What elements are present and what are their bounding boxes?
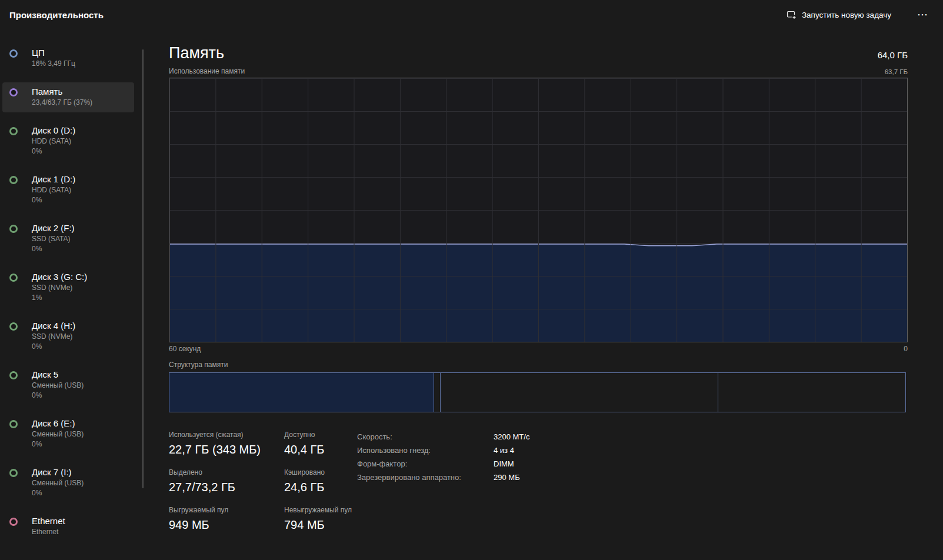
sidebar-item-sub: HDD (SATA) [32,185,75,195]
disk-indicator-icon [9,127,18,135]
stat-in-use: Используется (сжатая) 22,7 ГБ (343 МБ) [169,430,284,457]
memory-title: Память [169,44,224,62]
hw-label-speed: Скорость: [357,430,494,444]
sidebar-item-title: Диск 7 (I:) [32,466,84,478]
sidebar-item-disk-4[interactable]: Диск 4 (H:) SSD (NVMe) 0% [2,316,134,356]
hw-label-hw-reserved: Зарезервировано аппаратно: [357,471,494,484]
stat-available: Доступно 40,4 ГБ [284,430,357,457]
sidebar-item-sub2: 0% [32,244,75,254]
performance-sidebar: ЦП 16% 3,49 ГГц Память 23,4/63,7 ГБ (37%… [0,29,136,560]
sidebar-scrollbar[interactable] [142,49,144,488]
hw-value-form-factor: DIMM [494,457,529,471]
sidebar-item-title: Память [32,86,92,98]
cpu-indicator-icon [9,49,18,58]
usage-chart-x-axis: 60 секунд 0 [169,345,908,353]
title-bar: Производительность Запустить новую задач… [0,0,943,29]
sidebar-item-sub: 16% 3,49 ГГц [32,59,75,69]
sidebar-item-ethernet[interactable]: Ethernet Ethernet [2,512,134,542]
sidebar-item-disk-2[interactable]: Диск 2 (F:) SSD (SATA) 0% [2,219,134,259]
chart-gridlines [169,78,907,342]
disk-indicator-icon [9,420,18,428]
stat-value: 40,4 ГБ [284,442,357,457]
sidebar-item-disk-3[interactable]: Диск 3 (G: C:) SSD (NVMe) 1% [2,268,134,308]
disk-indicator-icon [9,371,18,379]
composition-segment-standby [440,372,718,412]
more-options-button[interactable]: ⋯ [911,7,934,22]
sidebar-item-sub: SSD (SATA) [32,234,75,244]
sidebar-item-sub: Сменный (USB) [32,478,84,488]
page-title: Производительность [9,10,104,20]
sidebar-item-sub2: 0% [32,342,75,352]
sidebar-item-sub: Ethernet [32,527,65,537]
composition-segment-free [718,372,906,412]
memory-composition-label: Структура памяти [169,361,908,369]
sidebar-item-sub2: 0% [32,391,84,401]
title-bar-actions: Запустить новую задачу ⋯ [781,6,934,24]
stat-label: Выделено [169,468,284,477]
run-new-task-label: Запустить новую задачу [802,11,891,19]
stat-paged-pool: Выгружаемый пул 949 МБ [169,505,284,532]
disk-indicator-icon [9,176,18,184]
sidebar-item-sub: SSD (NVMe) [32,283,87,293]
sidebar-item-title: Диск 1 (D:) [32,174,75,185]
sidebar-item-sub2: 0% [32,146,75,156]
stat-value: 24,6 ГБ [284,479,357,495]
stat-cached: Кэшировано 24,6 ГБ [284,468,357,495]
memory-details: Используется (сжатая) 22,7 ГБ (343 МБ) Д… [169,430,908,532]
x-axis-right-label: 0 [904,345,908,353]
disk-indicator-icon [9,322,18,331]
stat-value: 27,7/73,2 ГБ [169,479,284,495]
sidebar-item-title: Диск 0 (D:) [32,125,75,136]
sidebar-item-disk-5[interactable]: Диск 5 Сменный (USB) 0% [2,365,134,405]
disk-indicator-icon [9,469,18,477]
memory-indicator-icon [9,88,18,96]
stat-label: Кэшировано [284,468,357,477]
memory-hardware-info: Скорость: 3200 МТ/с Использовано гнезд: … [357,430,529,532]
hw-label-form-factor: Форм-фактор: [357,457,494,471]
sidebar-item-memory[interactable]: Память 23,4/63,7 ГБ (37%) [2,82,134,112]
sidebar-item-disk-6[interactable]: Диск 6 (E:) Сменный (USB) 0% [2,414,134,454]
stat-label: Невыгружаемый пул [284,505,357,515]
sidebar-item-sub: 23,4/63,7 ГБ (37%) [32,98,92,108]
x-axis-left-label: 60 секунд [169,345,201,353]
memory-usage-chart [169,78,908,342]
hw-value-speed: 3200 МТ/с [494,430,529,444]
sidebar-item-disk-1[interactable]: Диск 1 (D:) HDD (SATA) 0% [2,170,134,210]
hw-label-slots: Использовано гнезд: [357,444,494,457]
sidebar-item-sub2: 0% [32,439,84,449]
disk-indicator-icon [9,274,18,282]
sidebar-item-cpu[interactable]: ЦП 16% 3,49 ГГц [2,44,134,74]
sidebar-item-sub: Сменный (USB) [32,429,84,439]
sidebar-item-title: Диск 5 [32,369,84,381]
sidebar-item-disk-0[interactable]: Диск 0 (D:) HDD (SATA) 0% [2,121,134,161]
hw-value-hw-reserved: 290 МБ [494,471,529,484]
ethernet-indicator-icon [9,518,18,526]
sidebar-item-title: Диск 4 (H:) [32,320,75,332]
sidebar-item-sub: Сменный (USB) [32,381,84,391]
usage-chart-label: Использование памяти [169,67,245,75]
sidebar-item-sub: SSD (NVMe) [32,332,75,342]
run-new-task-button[interactable]: Запустить новую задачу [781,6,897,24]
sidebar-item-sub2: 0% [32,195,75,205]
stat-committed: Выделено 27,7/73,2 ГБ [169,468,284,495]
stat-value: 949 МБ [169,517,284,532]
memory-header: Память 64,0 ГБ [169,44,908,62]
memory-composition-bar [169,372,908,412]
sidebar-item-sub2: 0% [32,488,84,498]
stat-nonpaged-pool: Невыгружаемый пул 794 МБ [284,505,357,532]
memory-stats-grid: Используется (сжатая) 22,7 ГБ (343 МБ) Д… [169,430,357,532]
usage-chart-max-label: 63,7 ГБ [885,68,908,75]
stat-label: Выгружаемый пул [169,505,284,515]
sidebar-item-sub2: 1% [32,293,87,303]
stat-value: 22,7 ГБ (343 МБ) [169,442,284,457]
memory-panel: Память 64,0 ГБ Использование памяти 63,7… [169,29,908,532]
sidebar-item-title: Диск 6 (E:) [32,418,84,429]
memory-total-capacity: 64,0 ГБ [878,48,908,62]
disk-indicator-icon [9,225,18,233]
sidebar-item-title: Ethernet [32,515,65,527]
sidebar-item-disk-7[interactable]: Диск 7 (I:) Сменный (USB) 0% [2,463,134,503]
sidebar-item-title: Диск 3 (G: C:) [32,271,87,283]
sidebar-item-sub: HDD (SATA) [32,136,75,146]
sidebar-item-title: ЦП [32,47,75,59]
sidebar-item-title: Диск 2 (F:) [32,222,75,234]
